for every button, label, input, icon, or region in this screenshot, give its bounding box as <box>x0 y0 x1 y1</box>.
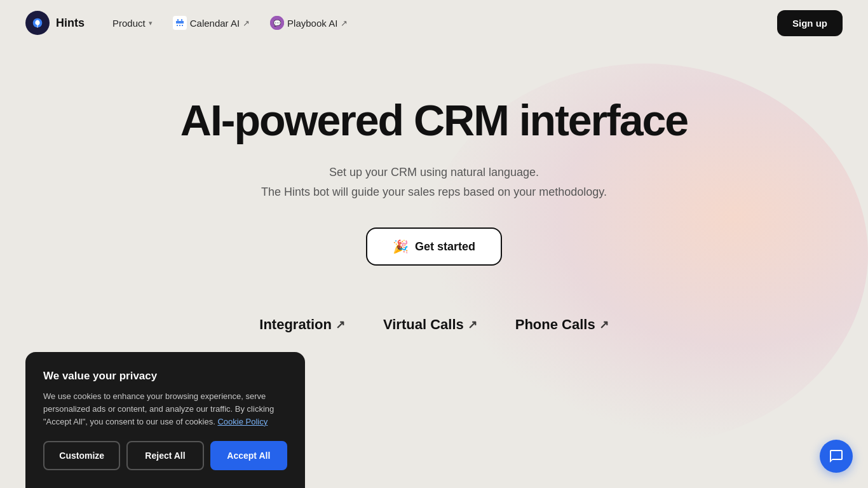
cookie-buttons: Customize Reject All Accept All <box>43 441 287 470</box>
cookie-banner-title: We value your privacy <box>43 370 287 383</box>
virtual-calls-link[interactable]: Virtual Calls ↗ <box>383 316 477 333</box>
phone-calls-external-icon: ↗ <box>599 318 609 332</box>
svg-rect-8 <box>179 25 180 26</box>
phone-calls-label: Phone Calls <box>515 316 595 333</box>
nav-calendar-label: Calendar AI <box>190 18 240 29</box>
external-link-icon: ↗ <box>243 18 250 28</box>
virtual-calls-label: Virtual Calls <box>383 316 464 333</box>
hero-section: AI-powered CRM interface Set up your CRM… <box>0 46 868 266</box>
nav-product-label: Product <box>112 18 146 29</box>
integration-label: Integration <box>259 316 332 333</box>
accept-all-button[interactable]: Accept All <box>210 441 287 470</box>
nav-item-playbook[interactable]: 💬 Playbook AI ↗ <box>262 11 355 35</box>
chat-button[interactable] <box>820 440 853 473</box>
customize-button[interactable]: Customize <box>43 441 120 470</box>
svg-point-1 <box>37 27 38 28</box>
hero-subtitle-line2: The Hints bot will guide your sales reps… <box>261 183 607 201</box>
external-link-icon-2: ↗ <box>341 18 348 28</box>
chat-icon <box>829 449 844 464</box>
cookie-policy-link[interactable]: Cookie Policy <box>217 417 268 426</box>
logo-icon <box>25 11 50 35</box>
hero-subtitle: Set up your CRM using natural language. … <box>261 162 607 203</box>
hero-title: AI-powered CRM interface <box>180 97 688 144</box>
virtual-calls-external-icon: ↗ <box>468 318 477 332</box>
svg-rect-4 <box>176 21 184 24</box>
navbar: Hints Product ▾ Calendar AI <box>0 0 868 46</box>
phone-calls-link[interactable]: Phone Calls ↗ <box>515 316 609 333</box>
signup-button[interactable]: Sign up <box>777 10 843 36</box>
svg-rect-9 <box>182 25 183 26</box>
logo-text: Hints <box>56 17 85 30</box>
cookie-banner: We value your privacy We use cookies to … <box>25 352 305 488</box>
get-started-emoji: 🎉 <box>393 239 409 254</box>
svg-rect-6 <box>181 19 182 21</box>
cookie-banner-text: We use cookies to enhance your browsing … <box>43 390 287 428</box>
logo-link[interactable]: Hints <box>25 11 85 35</box>
nav-item-product[interactable]: Product ▾ <box>105 13 160 34</box>
get-started-button[interactable]: 🎉 Get started <box>366 227 502 266</box>
nav-playbook-label: Playbook AI <box>287 18 337 29</box>
chevron-down-icon: ▾ <box>149 19 153 27</box>
svg-rect-5 <box>177 19 179 21</box>
reject-all-button[interactable]: Reject All <box>126 441 203 470</box>
calendar-icon <box>173 16 187 30</box>
integration-external-icon: ↗ <box>336 318 345 332</box>
integration-link[interactable]: Integration ↗ <box>259 316 345 333</box>
nav-item-calendar[interactable]: Calendar AI ↗ <box>165 11 257 35</box>
playbook-icon: 💬 <box>270 16 284 30</box>
hero-subtitle-line1: Set up your CRM using natural language. <box>261 163 607 182</box>
svg-text:💬: 💬 <box>273 19 281 27</box>
bottom-links-bar: Integration ↗ Virtual Calls ↗ Phone Call… <box>0 316 868 333</box>
get-started-label: Get started <box>415 240 475 254</box>
nav-links: Product ▾ Calendar AI ↗ <box>105 11 355 35</box>
svg-rect-7 <box>177 25 178 26</box>
